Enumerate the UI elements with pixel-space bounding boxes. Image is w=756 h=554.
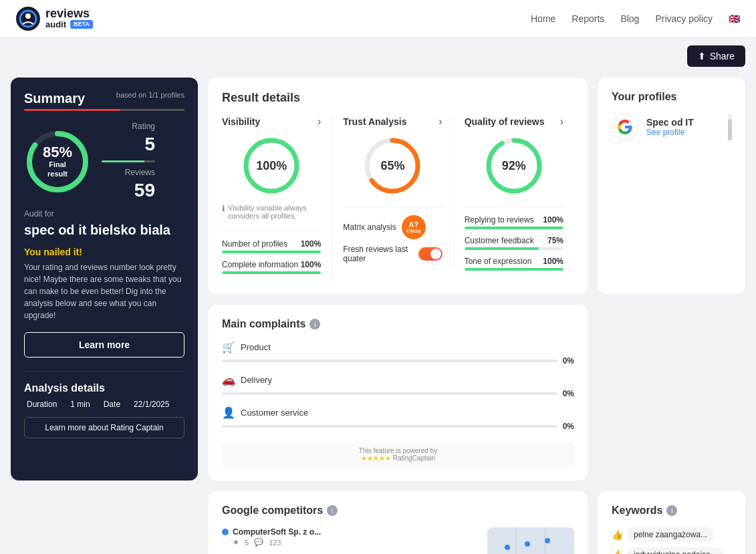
reviews-label: Reviews [125,168,155,177]
svg-point-17 [525,541,530,547]
scrollbar-thumb [728,119,732,140]
language-flag[interactable]: 🇬🇧 [729,13,740,24]
rating-info: Rating 5 Reviews 59 [102,122,155,201]
logo-sub-text: audit BETA [45,19,93,30]
sub-metric-feedback: Customer feedback 75% [465,236,563,250]
nav-blog[interactable]: Blog [620,13,639,24]
quality-circle: 92% [465,136,563,196]
thumbs-icon-2: 👍 [612,549,623,554]
complaint-delivery: 🚗 Delivery 0% [222,374,574,398]
profile-item: Spec od IT See profile [612,114,732,140]
review-icon: 💬 [254,538,263,547]
keyword-2: indywidualne podejsc... [627,547,723,554]
company-name: spec od it bielsko biala [24,221,184,239]
summary-card: Summary based on 1/1 profiles 85% Final … [11,78,198,480]
google-icon [612,114,638,140]
competitors-content: ComputerSoft Sp. z o... ★ 5 💬 123 eFabry [222,527,574,554]
logo-main-text: reviews [45,7,93,19]
keyword-1: pelne zaangażowa... [627,527,714,542]
bottom-extra-row: Google competitors i ComputerSoft Sp. z … [0,491,756,554]
svg-rect-11 [487,527,574,554]
logo-icon [16,7,40,31]
svg-point-2 [25,13,31,19]
delivery-icon: 🚗 [222,374,235,386]
nav-reports[interactable]: Reports [572,13,604,24]
analysis-details: Analysis details Duration 1 min Date 22/… [24,371,184,438]
result-card: Result details Visibility › [209,78,588,294]
delivery-label: Delivery [241,375,574,385]
keywords-info-icon[interactable]: i [666,505,677,516]
visibility-chevron[interactable]: › [318,116,321,128]
see-profile-link[interactable]: See profile [646,128,694,137]
content-grid: Summary based on 1/1 profiles 85% Final … [0,67,756,491]
competitor-1: ComputerSoft Sp. z o... ★ 5 💬 123 [222,527,477,547]
service-icon: 👤 [222,406,235,419]
competitor-1-name: ComputerSoft Sp. z o... [233,527,321,537]
complaints-info-icon[interactable]: i [309,319,320,329]
star-icon: ★ [233,538,239,547]
learn-more-button[interactable]: Learn more [24,332,184,358]
learn-rc-button[interactable]: Learn more about Rating Captain [24,417,184,438]
complaint-product: 🛒 Product 0% [222,341,574,366]
rating-bar-red [24,109,184,111]
class-badge: A? Class [402,215,426,239]
keyword-1-row: 👍 pelne zaangażowa... [612,527,732,542]
beta-badge: BETA [70,20,93,29]
service-label: Customer service [241,408,574,418]
empty-col [11,491,198,554]
trust-circle: 65% [343,136,442,196]
delivery-pct: 0% [563,389,574,398]
profiles-title: Your profiles [612,91,732,103]
fresh-reviews-row: Fresh reviews last quater [343,245,442,263]
visibility-note: ℹ Visibility variable always considers a… [222,204,321,220]
profiles-scroll-area: Spec od IT See profile [612,114,732,140]
profile-name: Spec od IT [646,117,694,128]
product-label: Product [241,342,574,352]
profile-details: Spec od IT See profile [646,117,694,137]
product-pct: 0% [563,356,574,366]
nav-privacy[interactable]: Privacy policy [655,13,713,24]
svg-point-16 [505,545,510,550]
duration-label: Duration [27,400,57,409]
svg-point-18 [545,538,550,543]
keywords-title: Keywords [612,505,662,517]
sub-metric-replying: Replying to reviews 100% [465,215,563,229]
analysis-row: Duration 1 min Date 22/1/2025 [24,400,184,409]
quality-chevron[interactable]: › [560,116,563,128]
competitors-info-icon[interactable]: i [327,505,338,516]
nailed-it-text: You nailed it! [24,247,184,257]
rating-bar-green [102,160,155,162]
competitors-list: ComputerSoft Sp. z o... ★ 5 💬 123 eFabry [222,527,477,554]
header: reviews audit BETA Home Reports Blog Pri… [0,0,756,37]
share-button[interactable]: ⬆ Share [687,45,745,67]
powered-by: This feature is powered by ★★★★★ RatingC… [222,442,574,467]
toggle-switch[interactable] [418,247,443,261]
rating-value: 5 [144,134,155,155]
competitor-1-dot [222,529,229,535]
competitor-chart: Reviews audit [487,527,574,554]
nav-home[interactable]: Home [531,13,555,24]
audit-for-label: Audit for [24,209,184,219]
sub-metric-tone: Tone of expression 100% [465,257,563,271]
score-section: 85% Final result Rating 5 Reviews 59 [24,122,184,201]
metrics-row: Visibility › 100% ℹ [222,116,574,281]
result-title: Result details [222,91,574,105]
google-competitors-card: Google competitors i ComputerSoft Sp. z … [209,491,588,554]
trust-chevron[interactable]: › [438,116,442,128]
analysis-title: Analysis details [24,382,184,394]
main-nav: Home Reports Blog Privacy policy 🇬🇧 [531,13,740,24]
date-value: 22/1/2025 [134,400,169,409]
score-circle: 85% Final result [24,128,91,195]
competitors-title: Google competitors [222,505,323,517]
complaints-card: Main complaints i 🛒 Product 0% 🚗 Deliver… [209,305,588,480]
quality-col: Quality of reviews › 92% [454,116,574,277]
keywords-card: Keywords i 👍 pelne zaangażowa... 👍 indyw… [598,491,745,554]
visibility-label: Visibility [222,116,260,127]
based-on-text: based on 1/1 profiles [116,91,184,99]
service-pct: 0% [563,422,574,431]
score-label: Final result [41,159,74,178]
visibility-circle: 100% [222,136,321,196]
keyword-2-row: 👍 indywidualne podejsc... [612,547,732,554]
rating-label: Rating [132,122,155,131]
trust-col: Trust Analysis › 65% [332,116,453,269]
